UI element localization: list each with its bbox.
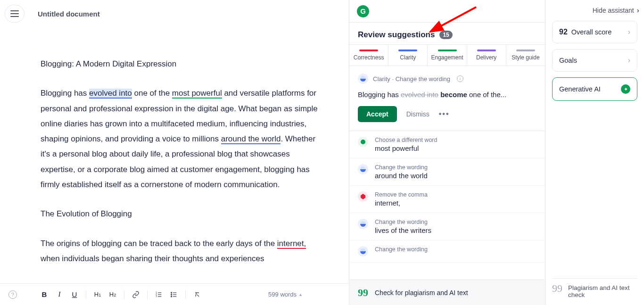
suggestion-card[interactable]: Choose a different word most powerful: [349, 131, 545, 158]
svg-point-9: [171, 292, 172, 293]
category-dot-icon: [358, 137, 368, 147]
clarity-icon: [358, 74, 368, 84]
suggestions-topbar: G: [349, 0, 545, 23]
plagiarism-check-button[interactable]: 99 Check for plagiarism and AI text: [349, 280, 545, 305]
suggestion-category-label: Clarity · Change the wording: [373, 75, 450, 82]
suggestions-list[interactable]: Clarity · Change the wording i Blogging …: [349, 66, 545, 280]
suggestions-panel: G Review suggestions 15 Correctness Clar…: [349, 0, 545, 305]
suggestion-card[interactable]: Change the wording: [349, 240, 545, 263]
suggestion-card-active[interactable]: Clarity · Change the wording i Blogging …: [349, 66, 545, 131]
suggestion-mini-text: internet,: [375, 199, 428, 207]
suggestion-mini-category: Change the wording: [375, 219, 431, 225]
quote-icon: 99: [358, 287, 368, 299]
suggestion-card[interactable]: Remove the comma internet,: [349, 186, 545, 213]
more-options-button[interactable]: •••: [439, 110, 450, 118]
suggestion-mini-text: lives of the writers: [375, 226, 431, 234]
accept-button[interactable]: Accept: [358, 106, 397, 122]
underline-button[interactable]: U: [68, 288, 81, 301]
chevron-right-icon: ››: [637, 7, 637, 14]
editor-header: Untitled document: [0, 0, 349, 27]
hamburger-icon: [10, 10, 19, 17]
italic-button[interactable]: I: [53, 288, 66, 301]
highlight-evolved-into[interactable]: evolved into: [89, 89, 132, 99]
overall-score-card[interactable]: 92 Overall score ›: [552, 21, 637, 43]
separator: [147, 290, 148, 299]
highlight-around-the-world[interactable]: around the world: [221, 134, 281, 144]
chevron-right-icon: ›: [628, 56, 630, 65]
suggestion-mini-category: Change the wording: [375, 246, 428, 253]
plagiarism-check-label: Check for plagiarism and AI text: [375, 289, 468, 297]
assistant-panel: Hide assistant ›› 92 Overall score › Goa…: [545, 0, 644, 305]
bullet-list-button[interactable]: [167, 288, 181, 301]
category-dot-icon: [358, 191, 368, 202]
numbered-list-button[interactable]: 123: [152, 288, 165, 301]
generative-ai-card[interactable]: Generative AI ✦: [552, 77, 637, 101]
suggestion-card[interactable]: Change the wording lives of the writers: [349, 213, 545, 240]
highlight-internet[interactable]: internet,: [277, 239, 306, 249]
paragraph-2: The origins of blogging can be traced ba…: [41, 236, 320, 267]
suggestions-title: Review suggestions: [358, 30, 435, 40]
h2-button[interactable]: H2: [106, 288, 119, 301]
suggestion-mini-category: Change the wording: [375, 164, 428, 171]
category-dot-icon: [358, 246, 368, 256]
doc-heading: Blogging: A Modern Digital Expression: [41, 57, 320, 72]
suggestion-mini-category: Remove the comma: [375, 191, 428, 198]
category-dot-icon: [358, 164, 368, 174]
info-icon[interactable]: i: [457, 75, 463, 82]
word-count[interactable]: 599 words▲: [268, 291, 303, 298]
editor-body[interactable]: Blogging: A Modern Digital Expression Bl…: [0, 27, 349, 283]
chevron-right-icon: ›: [628, 28, 630, 36]
hide-assistant-button[interactable]: Hide assistant ››: [552, 7, 637, 14]
h1-button[interactable]: H1: [91, 288, 104, 301]
help-icon[interactable]: ?: [8, 290, 17, 299]
bold-button[interactable]: B: [38, 288, 51, 301]
separator: [86, 290, 86, 299]
svg-point-11: [171, 296, 172, 297]
suggestions-header: Review suggestions 15: [349, 23, 545, 44]
separator: [124, 290, 124, 299]
subheading: The Evolution of Blogging: [41, 206, 320, 222]
suggestion-mini-text: around the world: [375, 172, 428, 180]
suggestions-count-badge: 15: [439, 31, 452, 39]
tab-delivery[interactable]: Delivery: [467, 45, 506, 66]
plagiarism-ai-check-link[interactable]: 99 Plagiarism and AI text check: [552, 278, 637, 298]
tab-style-guide[interactable]: Style guide: [506, 45, 545, 66]
tab-engagement[interactable]: Engagement: [428, 45, 467, 66]
tab-clarity[interactable]: Clarity: [388, 45, 428, 66]
paragraph-1: Blogging has evolved into one of the mos…: [41, 86, 320, 192]
editor-pane: Untitled document Blogging: A Modern Dig…: [0, 0, 349, 305]
link-button[interactable]: [129, 288, 142, 301]
menu-button[interactable]: [5, 5, 25, 23]
category-dot-icon: [358, 219, 368, 229]
clear-formatting-button[interactable]: [190, 288, 204, 301]
goals-card[interactable]: Goals ›: [552, 49, 637, 72]
editor-toolbar: ? B I U H1 H2 123 599 words▲: [0, 283, 349, 305]
sparkle-icon: ✦: [621, 84, 630, 94]
tab-correctness[interactable]: Correctness: [349, 45, 388, 66]
separator: [185, 290, 186, 299]
suggestion-mini-category: Choose a different word: [375, 137, 438, 143]
document-title[interactable]: Untitled document: [38, 10, 100, 18]
grammarly-logo-icon[interactable]: G: [357, 5, 369, 17]
suggestion-mini-text: most powerful: [375, 144, 438, 152]
highlight-most-powerful[interactable]: most powerful: [172, 89, 222, 99]
quote-icon: 99: [552, 284, 562, 298]
svg-text:3: 3: [156, 295, 157, 297]
dismiss-button[interactable]: Dismiss: [406, 110, 429, 118]
suggestion-card[interactable]: Change the wording around the world: [349, 158, 545, 186]
category-tabs: Correctness Clarity Engagement Delivery …: [349, 44, 545, 66]
suggestion-preview: Blogging has evolved into become one of …: [358, 91, 537, 99]
svg-point-10: [171, 294, 172, 295]
